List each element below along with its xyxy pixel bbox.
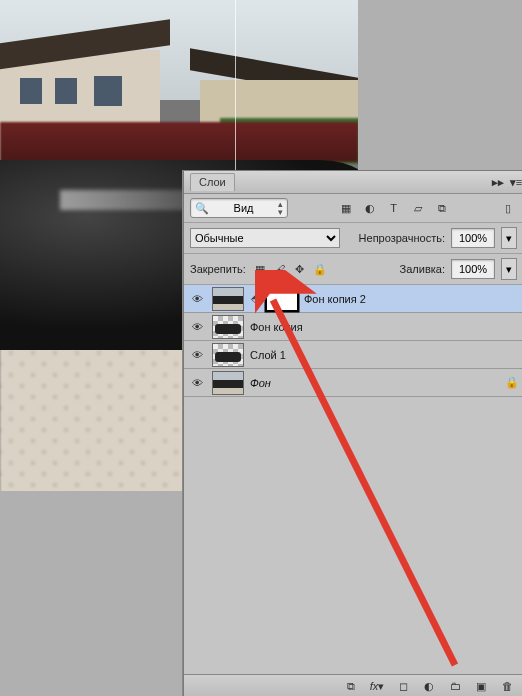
layer-mask-thumbnail[interactable] — [266, 287, 298, 311]
layer-thumbnail[interactable] — [212, 371, 244, 395]
fill-label: Заливка: — [400, 263, 445, 275]
layer-filter-row: 🔍 Вид ▴▾ ▦ ◐ T ▱ ⧉ ▯ — [184, 194, 522, 223]
opacity-dropdown[interactable]: ▾ — [501, 227, 517, 249]
delete-layer-icon[interactable]: 🗑 — [499, 678, 515, 694]
fill-dropdown[interactable]: ▾ — [501, 258, 517, 280]
filter-smart-icon[interactable]: ⧉ — [433, 199, 451, 217]
search-icon: 🔍 — [195, 202, 209, 215]
lock-label: Закрепить: — [190, 263, 246, 275]
layer-name[interactable]: Фон — [250, 377, 271, 389]
layer-name[interactable]: Слой 1 — [250, 349, 286, 361]
lock-transparency-icon[interactable]: ▦ — [252, 261, 268, 277]
lock-row: Закрепить: ▦ 🖌 ✥ 🔒 Заливка: 100% ▾ — [184, 254, 522, 285]
new-layer-icon[interactable]: ▣ — [473, 678, 489, 694]
link-icon: ⬘ — [250, 291, 260, 307]
fx-icon[interactable]: fx▾ — [369, 678, 385, 694]
lock-all-icon[interactable]: 🔒 — [312, 261, 328, 277]
filter-toggle-switch[interactable]: ▯ — [499, 199, 517, 217]
panel-tab-layers[interactable]: Слои — [190, 173, 235, 191]
filter-mode-select[interactable]: 🔍 Вид ▴▾ — [190, 198, 288, 218]
new-group-icon[interactable]: 🗀 — [447, 678, 463, 694]
filter-mode-label: Вид — [213, 202, 274, 214]
layers-empty-area — [184, 397, 522, 674]
layers-panel: Слои ▸▸ ▾≡ 🔍 Вид ▴▾ ▦ ◐ T ▱ ⧉ ▯ Обычные … — [183, 170, 522, 696]
lock-pixels-icon[interactable]: 🖌 — [272, 261, 288, 277]
adjustment-layer-icon[interactable]: ◐ — [421, 678, 437, 694]
collapse-icon[interactable]: ▸▸ — [491, 175, 505, 189]
lock-icon: 🔒 — [505, 376, 519, 389]
layer-row[interactable]: 👁 Фон копия — [184, 313, 522, 341]
visibility-icon[interactable]: 👁 — [188, 377, 206, 389]
opacity-value[interactable]: 100% — [451, 228, 495, 248]
visibility-icon[interactable]: 👁 — [188, 321, 206, 333]
layer-row[interactable]: 👁 Фон 🔒 — [184, 369, 522, 397]
filter-type-icon[interactable]: T — [385, 199, 403, 217]
layers-list: 👁 ⬘ Фон копия 2 👁 Фон копия 👁 Слой 1 👁 Ф… — [184, 285, 522, 397]
layer-row[interactable]: 👁 ⬘ Фон копия 2 — [184, 285, 522, 313]
chevron-updown-icon: ▴▾ — [278, 200, 283, 216]
layer-name[interactable]: Фон копия 2 — [304, 293, 366, 305]
layer-thumbnail[interactable] — [212, 287, 244, 311]
layer-name[interactable]: Фон копия — [250, 321, 303, 333]
fill-value[interactable]: 100% — [451, 259, 495, 279]
add-mask-icon[interactable]: ◻ — [395, 678, 411, 694]
layer-thumbnail[interactable] — [212, 343, 244, 367]
layer-thumbnail[interactable] — [212, 315, 244, 339]
blend-mode-select[interactable]: Обычные — [190, 228, 340, 248]
filter-shape-icon[interactable]: ▱ — [409, 199, 427, 217]
filter-pixel-icon[interactable]: ▦ — [337, 199, 355, 217]
link-layers-icon[interactable]: ⧉ — [343, 678, 359, 694]
panel-footer: ⧉ fx▾ ◻ ◐ 🗀 ▣ 🗑 — [184, 674, 522, 696]
lock-position-icon[interactable]: ✥ — [292, 261, 308, 277]
panel-menu-icon[interactable]: ▾≡ — [509, 175, 522, 189]
visibility-icon[interactable]: 👁 — [188, 293, 206, 305]
opacity-label: Непрозрачность: — [359, 232, 445, 244]
panel-header: Слои ▸▸ ▾≡ — [184, 171, 522, 194]
visibility-icon[interactable]: 👁 — [188, 349, 206, 361]
filter-adjustment-icon[interactable]: ◐ — [361, 199, 379, 217]
layer-row[interactable]: 👁 Слой 1 — [184, 341, 522, 369]
blend-row: Обычные Непрозрачность: 100% ▾ — [184, 223, 522, 254]
